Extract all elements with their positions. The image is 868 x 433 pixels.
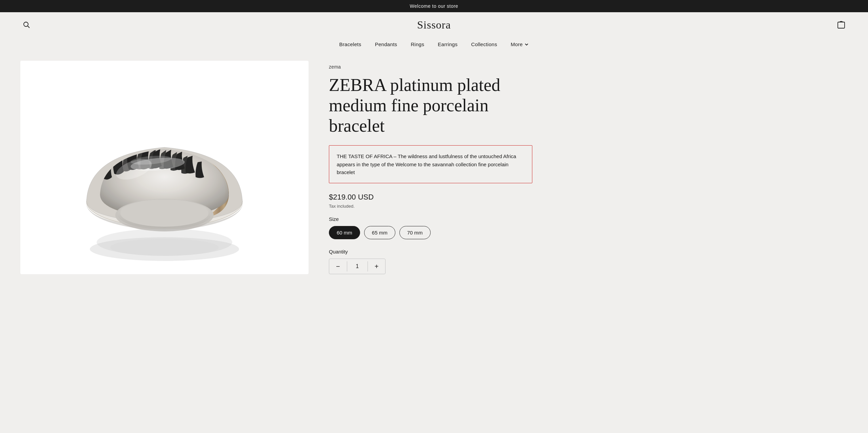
cart-button[interactable] [835, 18, 848, 31]
product-info: zema ZEBRA platinum plated medium fine p… [329, 61, 532, 274]
size-btn-60mm[interactable]: 60 mm [329, 226, 360, 239]
product-gallery [20, 61, 309, 274]
size-options: 60 mm 65 mm 70 mm [329, 226, 532, 239]
svg-point-12 [110, 239, 219, 256]
nav-item-more[interactable]: More [511, 41, 529, 47]
main-content: zema ZEBRA platinum plated medium fine p… [0, 54, 868, 288]
store-title: Sissora [417, 19, 451, 31]
chevron-down-icon [524, 42, 529, 47]
size-btn-65mm[interactable]: 65 mm [364, 226, 395, 239]
product-title: ZEBRA platinum plated medium fine porcel… [329, 75, 532, 136]
svg-line-1 [28, 26, 30, 28]
cart-icon [837, 20, 846, 29]
header-right [835, 18, 848, 31]
quantity-increase-button[interactable]: + [368, 259, 386, 274]
store-logo[interactable]: Sissora [417, 24, 451, 30]
nav-item-earrings[interactable]: Earrings [438, 41, 457, 47]
tax-note: Tax included. [329, 204, 532, 209]
svg-point-0 [24, 22, 28, 26]
nav-item-rings[interactable]: Rings [411, 41, 424, 47]
announcement-bar: Welcome to our store [0, 0, 868, 12]
quantity-control: − 1 + [329, 259, 386, 274]
announcement-text: Welcome to our store [410, 3, 458, 9]
svg-point-9 [120, 200, 209, 227]
product-price: $219.00 USD [329, 193, 532, 202]
quantity-value: 1 [347, 259, 368, 274]
product-image [20, 62, 309, 273]
header-center: Sissora [417, 19, 451, 31]
size-label: Size [329, 216, 532, 222]
product-description: THE TASTE OF AFRICA – The wildness and l… [337, 152, 525, 176]
product-description-box: THE TASTE OF AFRICA – The wildness and l… [329, 145, 532, 183]
search-icon [22, 21, 31, 29]
nav-item-collections[interactable]: Collections [471, 41, 497, 47]
nav-item-pendants[interactable]: Pendants [375, 41, 397, 47]
svg-rect-2 [838, 22, 845, 28]
navigation: Bracelets Pendants Rings Earrings Collec… [0, 37, 868, 54]
nav-item-bracelets[interactable]: Bracelets [339, 41, 361, 47]
search-button[interactable] [20, 19, 33, 31]
quantity-decrease-button[interactable]: − [329, 259, 347, 274]
header: Sissora [0, 12, 868, 37]
product-brand: zema [329, 64, 532, 70]
size-btn-70mm[interactable]: 70 mm [399, 226, 431, 239]
header-left [20, 19, 33, 31]
quantity-label: Quantity [329, 249, 532, 255]
